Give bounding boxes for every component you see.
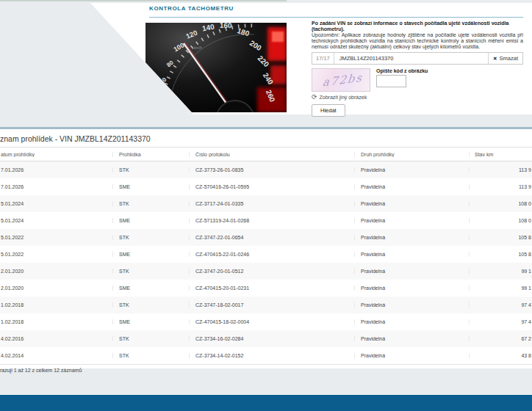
inspection-row: 5.01.2024 SME CZ-571319-24-01-0268 Pravi… (0, 212, 532, 229)
type-cell: Pravidelná (354, 285, 469, 291)
intro-lead: Po zadání VIN se zobrazí informace o sta… (312, 21, 523, 32)
date-cell: 5.01.2022 (0, 252, 112, 257)
speedometer-image: 406080100120140160180200220240260 km/h (145, 23, 287, 112)
vin-search-panel: Po zadání VIN se zobrazí informace o sta… (312, 21, 523, 117)
protocol-cell: CZ-470415-20-01-0231 (189, 285, 354, 291)
dial-number: 160 (220, 23, 232, 29)
intro-warning: Upozornění: Aplikace zobrazuje hodnoty z… (312, 32, 523, 50)
top-edge-divider (0, 0, 287, 1)
clear-vin-label: Smazat (500, 55, 518, 62)
date-cell: 1.02.2018 (0, 302, 112, 308)
type-cell: Pravidelná (354, 201, 469, 206)
type-cell: Pravidelná (354, 218, 469, 223)
inspection-row: 7.01.2026 SME CZ-570416-26-01-0595 Pravi… (0, 178, 532, 195)
refresh-icon: ⟳ (312, 94, 317, 101)
speedometer-graphic: 406080100120140160180200220240260 km/h (145, 23, 287, 112)
date-cell: 2.01.2020 (0, 285, 112, 291)
inspection-row: 4.02.2014 STK CZ-3734-14-02-0152 Pravide… (0, 347, 532, 364)
protocol-cell: CZ-570416-26-01-0595 (189, 184, 354, 189)
protocol-cell: CZ-3747-18-02-0017 (189, 302, 354, 308)
inspection-cell: STK (112, 269, 189, 274)
captcha-entry: Opište kód z obrázku (376, 68, 428, 92)
speedometer-unit-label: km/h (194, 46, 202, 50)
inspection-row: 1.02.2018 STK CZ-3747-18-02-0017 Pravide… (0, 297, 532, 313)
table-body: 7.01.2026 STK CZ-3773-26-01-0835 Pravide… (0, 161, 532, 365)
km-cell: 97 4 (469, 302, 532, 308)
inspection-row: 4.02.2016 STK CZ-3734-16-02-0284 Pravide… (0, 330, 532, 347)
refresh-captcha-link[interactable]: ⟳ Zobrazit jiný obrázek (312, 94, 367, 101)
protocol-cell: CZ-571319-24-01-0268 (189, 218, 354, 223)
clear-vin-button[interactable]: ✕ Smazat (488, 53, 522, 64)
km-cell: 113 9 (469, 167, 532, 172)
inspection-cell: STK (112, 302, 189, 308)
inspection-cell: SME (112, 184, 189, 189)
inspections-table: atum prohlídky Prohlídka Číslo protokolu… (0, 147, 532, 365)
vin-char-counter: 17/17 (312, 53, 334, 64)
inspection-cell: STK (112, 167, 189, 172)
inspection-row: 5.01.2022 STK CZ-3747-22-01-0654 Pravide… (0, 229, 532, 246)
inspection-cell: STK (112, 235, 189, 240)
captcha-image: a72bs (312, 68, 370, 92)
type-cell: Pravidelná (354, 235, 469, 240)
type-cell: Pravidelná (354, 302, 469, 308)
inspection-cell: SME (112, 252, 189, 257)
inspection-cell: STK (112, 336, 189, 341)
inspection-cell: STK (112, 201, 189, 206)
captcha-code-text: a72bs (322, 70, 364, 89)
type-cell: Pravidelná (354, 269, 469, 274)
inspection-row: 5.01.2024 STK CZ-3717-24-01-0335 Pravide… (0, 195, 532, 212)
column-header-protocol: Číslo protokolu (189, 152, 354, 157)
inspection-cell: SME (112, 285, 189, 291)
type-cell: Pravidelná (354, 184, 469, 189)
footer-bar (0, 394, 532, 411)
type-cell: Pravidelná (354, 353, 469, 358)
vin-input[interactable] (334, 55, 488, 62)
inspection-row: 7.01.2026 STK CZ-3773-26-01-0835 Pravide… (0, 161, 532, 178)
x-icon: ✕ (493, 56, 497, 62)
km-cell: 97 4 (469, 319, 532, 324)
protocol-cell: CZ-3773-26-01-0835 (189, 167, 354, 172)
captcha-label: Opište kód z obrázku (376, 68, 428, 73)
type-cell: Pravidelná (354, 319, 469, 324)
date-cell: 7.01.2026 (0, 167, 112, 172)
refresh-captcha-label: Zobrazit jiný obrázek (320, 95, 367, 100)
protocol-cell: CZ-470415-18-02-0004 (189, 319, 354, 324)
table-header-row: atum prohlídky Prohlídka Číslo protokolu… (0, 147, 532, 161)
pagination-info: razuji 1 až 12 z celkem 12 záznamů (0, 368, 532, 373)
km-cell: 105 8 (469, 252, 532, 257)
inspection-row: 1.02.2018 SME CZ-470415-18-02-0004 Pravi… (0, 313, 532, 330)
date-cell: 5.01.2022 (0, 235, 112, 240)
inspection-row: 5.01.2022 SME CZ-470415-22-01-0246 Pravi… (0, 246, 532, 263)
km-cell: 99 1 (469, 285, 532, 291)
km-cell: 43 8 (469, 353, 532, 358)
date-cell: 1.02.2018 (0, 319, 112, 324)
protocol-cell: CZ-3734-14-02-0152 (189, 353, 354, 358)
km-cell: 67 2 (469, 336, 532, 341)
title-underline (149, 17, 523, 18)
inspection-cell: SME (112, 319, 189, 324)
date-cell: 7.01.2026 (0, 184, 112, 189)
inspection-row: 2.01.2020 SME CZ-470415-20-01-0231 Pravi… (0, 280, 532, 297)
date-cell: 5.01.2024 (0, 218, 112, 223)
inspection-results-section: znam prohlídek - VIN JMZBL14Z201143370 a… (0, 127, 532, 368)
search-button[interactable]: Hledat (312, 104, 345, 117)
inspection-cell: SME (112, 218, 189, 223)
vin-field: 17/17 ✕ Smazat (312, 52, 523, 65)
date-cell: 4.02.2014 (0, 353, 112, 358)
km-cell: 105 8 (469, 235, 532, 240)
km-cell: 113 9 (469, 184, 532, 189)
inspection-row: 2.01.2020 STK CZ-3747-20-01-0512 Pravide… (0, 263, 532, 280)
protocol-cell: CZ-3717-24-01-0335 (189, 201, 354, 206)
date-cell: 2.01.2020 (0, 269, 112, 274)
results-heading: znam prohlídek - VIN JMZBL14Z201143370 (0, 134, 532, 143)
date-cell: 4.02.2016 (0, 336, 112, 341)
km-cell: 108 0 (469, 201, 532, 206)
inspection-cell: STK (112, 353, 189, 358)
captcha-area: a72bs Opište kód z obrázku (312, 68, 523, 92)
page-title: KONTROLA TACHOMETRU (149, 5, 234, 12)
type-cell: Pravidelná (354, 167, 469, 172)
captcha-input[interactable] (376, 75, 406, 87)
km-cell: 99 1 (469, 269, 532, 274)
protocol-cell: CZ-3747-20-01-0512 (189, 269, 354, 274)
date-cell: 5.01.2024 (0, 201, 112, 206)
